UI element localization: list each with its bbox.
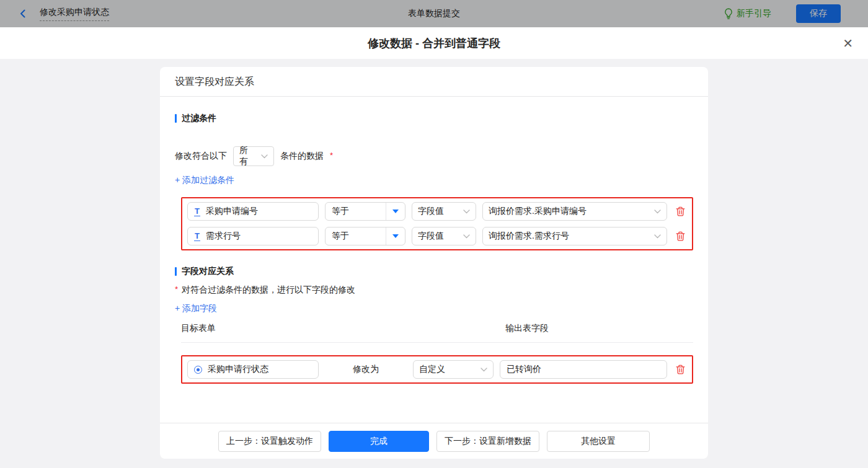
mapping-column-headers: 目标表单 输出表字段 [181, 323, 693, 343]
card-header: 设置字段对应关系 [160, 67, 708, 97]
chevron-down-icon [261, 154, 268, 159]
match-mode-select[interactable]: 所有 [233, 146, 274, 166]
filter-row: T 采购申请编号 等于 字段值 询报价需求.采购申请编号 [187, 202, 687, 221]
required-asterisk: * [175, 285, 178, 294]
value-type-select[interactable]: 字段值 [412, 202, 476, 221]
text-field-icon: T [194, 207, 200, 216]
dropdown-arrow-icon[interactable] [386, 203, 405, 220]
chevron-down-icon [463, 234, 470, 239]
guide-label: 新手引导 [737, 8, 771, 19]
text-field-icon: T [194, 232, 200, 241]
section-accent-bar [175, 267, 177, 276]
delete-mapping-button[interactable] [673, 363, 687, 376]
settings-card: 设置字段对应关系 过滤条件 修改符合以下 所有 条件的数据 * + 添加过滤条件 [160, 67, 708, 459]
back-icon[interactable] [17, 8, 29, 19]
mapping-hint: * 对符合过滤条件的数据，进行以下字段的修改 [175, 285, 693, 296]
trash-icon [676, 364, 685, 374]
node-title: 表单数据提交 [408, 8, 460, 19]
beginner-guide-link[interactable]: 新手引导 [724, 8, 771, 19]
target-field-select[interactable]: 采购申请行状态 [187, 360, 319, 379]
compare-value-select[interactable]: 询报价需求.需求行号 [482, 227, 667, 245]
prev-step-button[interactable]: 上一步：设置触发动作 [218, 431, 321, 452]
add-field-link[interactable]: + 添加字段 [175, 303, 217, 314]
dropdown-arrow-icon[interactable] [386, 227, 405, 245]
other-settings-button[interactable]: 其他设置 [547, 431, 650, 452]
done-button[interactable]: 完成 [329, 431, 429, 452]
delete-filter-button[interactable] [673, 229, 687, 243]
lightbulb-icon [724, 8, 733, 19]
target-form-column-header: 目标表单 [181, 323, 216, 333]
operator-select[interactable]: 等于 [325, 202, 405, 221]
filter-field-select[interactable]: T 需求行号 [187, 227, 319, 245]
output-field-column-header: 输出表字段 [505, 323, 549, 334]
filter-field-select[interactable]: T 采购申请编号 [187, 202, 319, 221]
match-suffix: 条件的数据 [280, 151, 324, 162]
filter-rows-highlight-group: T 采购申请编号 等于 字段值 询报价需求.采购申请编号 [181, 197, 693, 250]
close-icon[interactable]: ✕ [843, 37, 853, 50]
mapping-row: 采购申请行状态 修改为 自定义 [187, 360, 687, 379]
modal-body: 设置字段对应关系 过滤条件 修改符合以下 所有 条件的数据 * + 添加过滤条件 [0, 59, 868, 468]
card-footer: 上一步：设置触发动作 完成 下一步：设置新增数据 其他设置 [160, 423, 708, 459]
chevron-down-icon [480, 368, 487, 372]
compare-value-select[interactable]: 询报价需求.采购申请编号 [482, 202, 667, 221]
card-content: 过滤条件 修改符合以下 所有 条件的数据 * + 添加过滤条件 T 采购申请编号 [160, 97, 708, 423]
mapping-row-highlight-group: 采购申请行状态 修改为 自定义 [181, 355, 693, 384]
chevron-down-icon [463, 210, 470, 214]
value-type-select[interactable]: 字段值 [412, 227, 476, 245]
operator-select[interactable]: 等于 [325, 227, 405, 245]
mapping-section-title: 字段对应关系 [175, 266, 693, 277]
match-condition-line: 修改符合以下 所有 条件的数据 * [175, 146, 693, 166]
delete-filter-button[interactable] [673, 205, 687, 218]
value-mode-select[interactable]: 自定义 [413, 360, 494, 379]
modify-as-label: 修改为 [325, 364, 407, 375]
add-filter-link[interactable]: + 添加过滤条件 [175, 175, 234, 186]
radio-field-icon [194, 366, 202, 374]
workflow-title[interactable]: 修改采购申请状态 [40, 7, 109, 21]
modal-title: 修改数据 - 合并到普通字段 [368, 36, 500, 51]
section-accent-bar [175, 114, 177, 123]
chevron-down-icon [654, 210, 661, 214]
modal-titlebar: 修改数据 - 合并到普通字段 ✕ [0, 27, 868, 59]
match-prefix: 修改符合以下 [175, 151, 227, 162]
trash-icon [676, 206, 685, 216]
required-asterisk: * [330, 151, 333, 160]
filter-row: T 需求行号 等于 字段值 询报价需求.需求行号 [187, 227, 687, 245]
filter-section-title: 过滤条件 [175, 113, 693, 124]
app-topbar: 修改采购申请状态 表单数据提交 新手引导 保存 [0, 0, 868, 27]
next-step-button[interactable]: 下一步：设置新增数据 [436, 431, 539, 452]
trash-icon [676, 231, 685, 241]
chevron-down-icon [654, 234, 661, 239]
save-button[interactable]: 保存 [796, 4, 841, 23]
custom-value-input[interactable] [500, 360, 667, 379]
